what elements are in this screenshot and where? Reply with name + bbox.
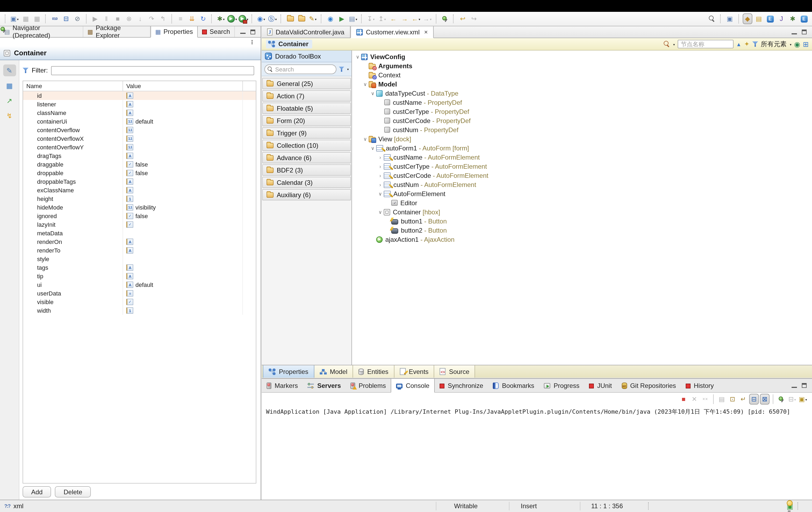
tree-row[interactable]: › custNum - AutoFormElement bbox=[352, 180, 812, 189]
property-value-cell[interactable]: ✓ false bbox=[123, 169, 243, 177]
tree-row[interactable]: custCerCode - PropertyDef bbox=[352, 116, 812, 125]
tree-row[interactable]: ajaxAction1 - AjaxAction bbox=[352, 235, 812, 244]
property-row[interactable]: droppable ✓ false bbox=[23, 169, 256, 177]
redo-icon[interactable]: ↪ bbox=[469, 13, 479, 24]
property-row[interactable]: exClassName A bbox=[23, 186, 256, 194]
show-stderr-icon[interactable]: ⊠ bbox=[760, 394, 770, 404]
link-with-editor-icon[interactable] bbox=[239, 39, 245, 45]
open-perspective-icon[interactable]: ▣ bbox=[725, 13, 735, 24]
suspend-icon[interactable]: ‖ bbox=[102, 13, 111, 24]
maximize-icon[interactable] bbox=[802, 383, 807, 388]
collapse-all-icon[interactable]: ▲ bbox=[736, 41, 742, 47]
editor-tab-customer-view[interactable]: Customer.view.xml ✕ bbox=[350, 26, 434, 38]
forward-icon[interactable]: → ▾ bbox=[423, 13, 432, 24]
tree-expander-icon[interactable]: › bbox=[377, 154, 384, 160]
tab-entities[interactable]: Entities bbox=[353, 365, 395, 378]
property-row[interactable]: ui A default bbox=[23, 280, 256, 289]
filter-input[interactable] bbox=[51, 66, 254, 75]
skip-breakpoints-icon[interactable]: ⊘ bbox=[72, 13, 82, 24]
node-name-input[interactable] bbox=[678, 40, 733, 48]
save-all-icon[interactable]: ▦ bbox=[32, 13, 42, 24]
last-edit-location-icon[interactable]: ← bbox=[388, 13, 398, 24]
toolbox-category[interactable]: Action (7) bbox=[262, 90, 351, 101]
tab-servers[interactable]: Servers bbox=[303, 379, 346, 392]
tree-row[interactable]: custName - PropertyDef bbox=[352, 98, 812, 107]
property-row[interactable]: contentOverflow 1.1 bbox=[23, 126, 256, 134]
open-java-type-icon[interactable] bbox=[285, 13, 295, 24]
debug-icon[interactable]: ✱ ▾ bbox=[216, 13, 226, 24]
property-value-cell[interactable]: 1.1 visibility bbox=[123, 203, 243, 212]
selected-node-breadcrumb[interactable]: Container bbox=[266, 40, 312, 48]
perspective-dorado-icon[interactable]: ◆ bbox=[743, 13, 752, 24]
wizard-icon[interactable]: ✦ bbox=[744, 40, 749, 48]
property-value-cell[interactable]: A default bbox=[123, 280, 243, 289]
editor-tab-datavalidcontroller[interactable]: DataValidController.java bbox=[262, 26, 350, 38]
tree-row[interactable]: ∨ View [dock] bbox=[352, 134, 812, 144]
console-view-icon[interactable]: ⊟ bbox=[61, 13, 71, 24]
perspective-resource-icon[interactable]: ▤ bbox=[754, 13, 764, 24]
toolbox-category[interactable]: General (25) bbox=[262, 78, 351, 89]
tab-model[interactable]: Model bbox=[314, 365, 353, 378]
maximize-icon[interactable] bbox=[802, 30, 807, 34]
property-row[interactable]: hideMode 1.1 visibility bbox=[23, 203, 256, 212]
tree-expander-icon[interactable]: › bbox=[377, 163, 384, 169]
property-row[interactable]: height 1 bbox=[23, 194, 256, 203]
property-row[interactable]: contentOverflowY 1.1 bbox=[23, 143, 256, 151]
clean-icon[interactable]: ↻ bbox=[198, 13, 208, 24]
property-value-cell[interactable]: ≡ bbox=[123, 289, 243, 298]
console-stack-icon[interactable]: ▤ ▾ bbox=[348, 13, 358, 24]
tab-console[interactable]: Console bbox=[391, 379, 435, 393]
view-menu-icon[interactable]: ⋮ bbox=[249, 39, 255, 45]
tab-properties[interactable]: Properties bbox=[263, 365, 314, 378]
skip-lines-icon[interactable]: ≡ bbox=[176, 13, 185, 24]
tree-row[interactable]: ∨ ViewConfig bbox=[352, 52, 812, 61]
word-wrap-icon[interactable]: ↵ bbox=[738, 394, 748, 404]
disconnect-icon[interactable]: ⊗ bbox=[124, 13, 134, 24]
run-on-server-icon[interactable]: ▶ bbox=[337, 13, 347, 24]
pin-editor-icon[interactable] bbox=[440, 13, 450, 24]
new-window-icon[interactable]: ⊞ bbox=[803, 40, 809, 48]
perspective-javaee-icon[interactable]: E bbox=[765, 13, 775, 24]
property-row[interactable]: contentOverflowX 1.1 bbox=[23, 134, 256, 143]
run-icon[interactable]: ▶ ▾ bbox=[227, 13, 237, 24]
dropdown-arrow-icon[interactable]: ▾ bbox=[347, 67, 349, 71]
property-value-cell[interactable]: A bbox=[123, 177, 243, 186]
table-editor-icon[interactable]: ▦ bbox=[3, 80, 16, 91]
toolbox-category[interactable]: BDF2 (3) bbox=[262, 164, 351, 176]
property-row[interactable]: listener A bbox=[23, 100, 256, 109]
perspective-java-icon[interactable]: J bbox=[777, 13, 786, 24]
property-value-cell[interactable]: 1.1 bbox=[123, 126, 243, 134]
tree-expander-icon[interactable]: ∨ bbox=[369, 91, 376, 96]
previous-annotation-icon[interactable]: ↥ ▾ bbox=[377, 13, 387, 24]
tree-row[interactable]: ∨ Container [hbox] bbox=[352, 207, 812, 216]
tree-expander-icon[interactable]: › bbox=[377, 182, 384, 187]
display-console-icon[interactable]: ⊟ ▾ bbox=[787, 394, 797, 404]
property-value-cell[interactable]: 1 bbox=[123, 306, 243, 315]
minimize-icon[interactable] bbox=[791, 30, 797, 34]
toolbox-category[interactable]: Calendar (3) bbox=[262, 177, 351, 188]
tree-expander-icon[interactable]: ∨ bbox=[362, 81, 369, 87]
toolbox-category[interactable]: Advance (6) bbox=[262, 152, 351, 163]
tree-row[interactable]: › custCerType - AutoFormElement bbox=[352, 162, 812, 171]
element-filter-icon[interactable] bbox=[752, 41, 758, 47]
web-browser-icon[interactable]: ◉ bbox=[326, 13, 335, 24]
property-value-cell[interactable]: A bbox=[123, 246, 243, 255]
quick-edit-icon[interactable]: ↯ bbox=[3, 110, 16, 121]
delete-button[interactable]: Delete bbox=[55, 486, 91, 498]
annotation-pen-icon[interactable]: ✎ ▾ bbox=[308, 13, 318, 24]
element-filter-label[interactable]: 所有元素 bbox=[761, 39, 786, 49]
property-value-cell[interactable]: ✓ false bbox=[123, 212, 243, 220]
tab-junit[interactable]: JUnit bbox=[584, 379, 617, 392]
property-value-cell[interactable]: A bbox=[123, 186, 243, 194]
toolbox-category[interactable]: Floatable (5) bbox=[262, 102, 351, 114]
save-icon[interactable]: ▦ bbox=[21, 13, 31, 24]
tab-search[interactable]: Search bbox=[198, 26, 235, 37]
stop-icon[interactable]: ■ bbox=[679, 394, 688, 404]
property-value-cell[interactable]: ✓ bbox=[123, 220, 243, 229]
tree-row[interactable]: Context bbox=[352, 70, 812, 80]
tab-bookmarks[interactable]: Bookmarks bbox=[488, 379, 539, 392]
property-value-cell[interactable]: ✓ false bbox=[123, 160, 243, 169]
property-row[interactable]: droppableTags A bbox=[23, 177, 256, 186]
tab-problems[interactable]: Problems bbox=[346, 379, 391, 392]
resume-icon[interactable]: ▶ bbox=[90, 13, 100, 24]
